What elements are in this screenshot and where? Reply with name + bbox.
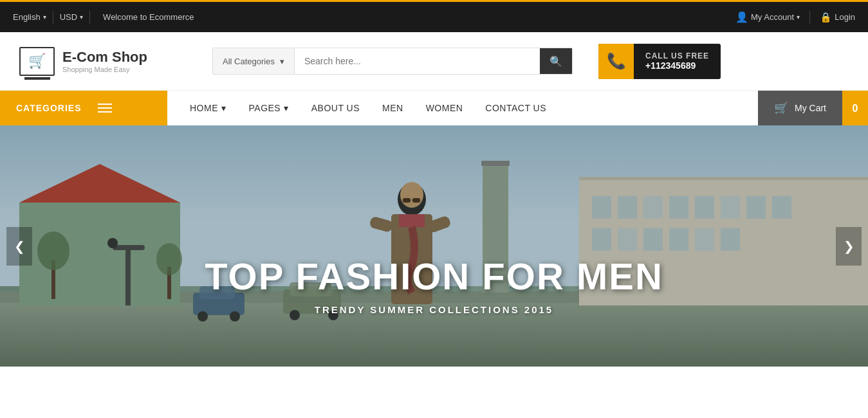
hero-subtitle: TRENDY SUMMER COLLECTIONS 2015: [0, 304, 868, 315]
top-bar-right: 👤 My Account ▾ 🔒 Login: [735, 11, 855, 24]
login-label: Login: [835, 12, 855, 22]
currency-arrow: ▾: [80, 14, 83, 21]
hero-scene-svg: [0, 125, 868, 367]
pages-label: PAGES: [249, 103, 281, 113]
nav-links: HOME ▾ PAGES ▾ ABOUT US MEN WOMEN CONTAC…: [167, 91, 758, 125]
category-dropdown[interactable]: All Categories ▾: [213, 48, 295, 74]
category-arrow: ▾: [280, 57, 284, 66]
top-bar: English ▾ USD ▾ Welcome to Ecommerce 👤 M…: [0, 0, 868, 32]
call-number: +112345689: [645, 60, 709, 71]
logo-title: E-Com Shop: [62, 49, 147, 66]
language-label: English: [13, 12, 41, 22]
cart-icon: 🛒: [774, 101, 788, 115]
search-bar: All Categories ▾ 🔍: [212, 48, 573, 75]
currency-selector[interactable]: USD ▾: [60, 12, 83, 22]
call-text: CALL US FREE +112345689: [634, 51, 721, 71]
logo-cart-symbol: 🛒: [28, 53, 46, 69]
language-selector[interactable]: English ▾: [13, 12, 46, 22]
about-us-label: ABOUT US: [311, 103, 360, 113]
lock-icon: 🔒: [820, 12, 832, 23]
logo-text: E-Com Shop Shopping Made Easy: [62, 49, 147, 73]
top-bar-left: English ▾ USD ▾ Welcome to Ecommerce: [13, 11, 194, 24]
contact-us-label: CONTACT US: [485, 103, 546, 113]
svg-rect-47: [0, 125, 868, 367]
categories-label: CATEGORIES: [16, 103, 82, 113]
cart-label: My Cart: [795, 103, 826, 113]
hero-section: TOP FASHION FOR MEN TRENDY SUMMER COLLEC…: [0, 125, 868, 367]
account-icon: 👤: [735, 11, 748, 23]
call-us-section: 📞 CALL US FREE +112345689: [598, 44, 721, 79]
home-label: HOME: [190, 103, 218, 113]
cart-count-badge: 0: [842, 91, 868, 126]
slider-prev-button[interactable]: ❮: [6, 227, 32, 266]
search-button[interactable]: 🔍: [540, 48, 572, 74]
cart-count-value: 0: [853, 103, 858, 114]
hero-content: TOP FASHION FOR MEN TRENDY SUMMER COLLEC…: [0, 255, 868, 315]
login-link[interactable]: 🔒 Login: [820, 12, 855, 23]
call-label: CALL US FREE: [645, 51, 709, 60]
pages-arrow: ▾: [284, 103, 289, 113]
header: 🛒 E-Com Shop Shopping Made Easy All Cate…: [0, 32, 868, 90]
hamburger-icon: [98, 104, 112, 113]
divider-1: [53, 11, 53, 24]
women-label: WOMEN: [426, 103, 463, 113]
nav-men[interactable]: MEN: [373, 91, 413, 126]
account-arrow: ▾: [797, 14, 800, 21]
nav-women[interactable]: WOMEN: [416, 91, 473, 126]
language-arrow: ▾: [43, 14, 46, 21]
phone-icon-box: 📞: [598, 44, 634, 79]
men-label: MEN: [382, 103, 403, 113]
currency-label: USD: [60, 12, 77, 22]
home-arrow: ▾: [221, 103, 226, 113]
welcome-text: Welcome to Ecommerce: [103, 12, 194, 22]
search-icon: 🔍: [549, 55, 562, 68]
category-label: All Categories: [223, 57, 275, 66]
my-account-label: My Account: [751, 12, 794, 22]
my-account-dropdown[interactable]: 👤 My Account ▾: [735, 11, 800, 23]
cart-section: 🛒 My Cart 0: [758, 91, 868, 125]
divider-3: [809, 11, 810, 24]
logo-icon: 🛒: [19, 47, 55, 76]
logo[interactable]: 🛒 E-Com Shop Shopping Made Easy: [19, 47, 161, 76]
phone-icon: 📞: [607, 52, 626, 70]
nav-about-us[interactable]: ABOUT US: [302, 91, 369, 126]
search-input[interactable]: [295, 48, 540, 74]
logo-subtitle: Shopping Made Easy: [62, 66, 147, 73]
slider-next-button[interactable]: ❯: [836, 227, 862, 266]
nav-contact-us[interactable]: CONTACT US: [476, 91, 556, 126]
nav-home[interactable]: HOME ▾: [180, 91, 236, 126]
hero-title: TOP FASHION FOR MEN: [0, 255, 868, 298]
nav-pages[interactable]: PAGES ▾: [239, 91, 299, 126]
categories-button[interactable]: CATEGORIES: [0, 91, 167, 125]
divider-2: [89, 11, 90, 24]
cart-button[interactable]: 🛒 My Cart: [758, 91, 842, 125]
navigation-bar: CATEGORIES HOME ▾ PAGES ▾ ABOUT US MEN W…: [0, 90, 868, 125]
